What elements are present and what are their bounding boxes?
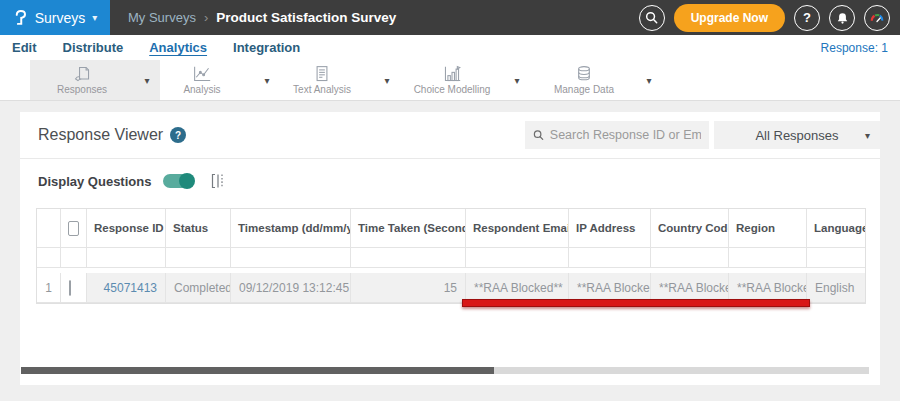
profile-gauge-icon[interactable] — [864, 5, 890, 31]
chevron-down-icon: ▾ — [865, 130, 870, 141]
app-menu-label: Surveys — [35, 10, 86, 26]
response-viewer-panel: Response Viewer ? All Responses ▾ Displa… — [20, 112, 880, 385]
manage-data-icon — [574, 65, 594, 83]
tab-analytics[interactable]: Analytics — [149, 40, 207, 55]
column-layout-icon[interactable] — [211, 173, 227, 189]
search-icon[interactable] — [639, 5, 665, 31]
toolbar-group-manage-data: Manage Data ▾ — [532, 60, 662, 100]
toolbar-text-analysis-caret[interactable]: ▾ — [374, 60, 400, 100]
toolbar-manage-data-caret[interactable]: ▾ — [636, 60, 662, 100]
filter-selected-value: All Responses — [755, 128, 838, 143]
header-language: Language — [807, 209, 865, 248]
cell-time-taken: 15 — [351, 273, 466, 303]
cell-status: Completed — [166, 273, 231, 303]
header-country-code: Country Code — [651, 209, 729, 248]
toolbar-text-analysis-label: Text Analysis — [293, 84, 351, 95]
toolbar-responses-label: Responses — [57, 84, 107, 95]
display-questions-label: Display Questions — [38, 174, 151, 189]
help-glyph: ? — [803, 10, 811, 25]
response-filter-dropdown[interactable]: All Responses ▾ — [714, 121, 880, 149]
survey-nav-tabs: Edit Distribute Analytics Integration Re… — [0, 35, 900, 60]
toolbar-analysis-label: Analysis — [183, 84, 220, 95]
page-title: Product Satisfaction Survey — [216, 10, 396, 25]
questionpro-logo-icon — [13, 9, 28, 26]
header-row-number — [37, 209, 61, 248]
display-questions-row: Display Questions — [38, 173, 227, 189]
cell-timestamp: 09/12/2019 13:12:45 — [231, 273, 351, 303]
toolbar-responses[interactable]: Responses — [30, 60, 134, 100]
toolbar-text-analysis[interactable]: Text Analysis — [270, 60, 374, 100]
header-region: Region — [729, 209, 807, 248]
row-checkbox[interactable] — [69, 280, 71, 296]
toolbar-choice-modelling[interactable]: Choice Modelling — [400, 60, 504, 100]
header-timestamp[interactable]: Timestamp (dd/mm/yyyy) — [231, 209, 351, 248]
toolbar-manage-data-label: Manage Data — [554, 84, 614, 95]
cell-language: English — [807, 273, 865, 303]
analytics-toolbar: Responses ▾ Analysis ▾ Text Analysis ▾ — [0, 60, 900, 101]
tab-distribute[interactable]: Distribute — [63, 40, 124, 55]
text-analysis-icon — [312, 65, 332, 83]
breadcrumb: My Surveys › Product Satisfaction Survey — [128, 10, 396, 25]
tab-edit[interactable]: Edit — [12, 40, 37, 55]
cell-response-id[interactable]: 45071413 — [87, 273, 166, 303]
scrollbar-thumb[interactable] — [21, 367, 494, 374]
response-viewer-help-icon[interactable]: ? — [170, 127, 186, 143]
tab-integration[interactable]: Integration — [233, 40, 300, 55]
toolbar-manage-data[interactable]: Manage Data — [532, 60, 636, 100]
responses-icon — [72, 65, 92, 83]
select-all-checkbox[interactable] — [68, 221, 79, 236]
divider — [20, 158, 880, 159]
header-select-all — [61, 209, 87, 248]
topbar-actions: Upgrade Now ? — [639, 4, 890, 32]
upgrade-now-button[interactable]: Upgrade Now — [674, 4, 785, 32]
header-respondent-email: Respondent Email — [466, 209, 569, 248]
responses-table: Response ID Status Timestamp (dd/mm/yyyy… — [36, 208, 866, 304]
analysis-icon — [192, 65, 212, 83]
help-icon[interactable]: ? — [794, 5, 820, 31]
panel-title-row: Response Viewer ? — [38, 126, 186, 144]
toolbar-choice-modelling-label: Choice Modelling — [414, 84, 491, 95]
annotation-red-underline — [462, 299, 810, 307]
panel-title: Response Viewer — [38, 126, 163, 144]
row-select-cell — [61, 273, 87, 303]
table-filter-row — [37, 248, 865, 268]
choice-modelling-icon — [442, 65, 462, 83]
breadcrumb-separator-icon: › — [204, 10, 208, 25]
table-header-row: Response ID Status Timestamp (dd/mm/yyyy… — [37, 209, 865, 248]
header-status: Status — [166, 209, 231, 248]
toggle-knob — [179, 173, 195, 189]
search-icon — [533, 129, 544, 141]
header-response-id[interactable]: Response ID — [87, 209, 166, 248]
toolbar-group-choice-modelling: Choice Modelling ▾ — [400, 60, 530, 100]
response-count: Response: 1 — [821, 41, 888, 55]
row-number: 1 — [37, 273, 61, 303]
response-search-box — [525, 121, 709, 149]
app-menu-surveys[interactable]: Surveys ▾ — [0, 0, 110, 35]
toolbar-analysis[interactable]: Analysis — [150, 60, 254, 100]
topbar: Surveys ▾ My Surveys › Product Satisfact… — [0, 0, 900, 35]
notifications-bell-icon[interactable] — [829, 5, 855, 31]
header-time-taken[interactable]: Time Taken (Seconds) — [351, 209, 466, 248]
toolbar-group-responses: Responses ▾ — [30, 60, 160, 100]
toolbar-group-analysis: Analysis ▾ — [150, 60, 280, 100]
horizontal-scrollbar[interactable] — [21, 367, 869, 374]
breadcrumb-my-surveys[interactable]: My Surveys — [128, 10, 196, 25]
search-input[interactable] — [550, 128, 701, 142]
toolbar-choice-modelling-caret[interactable]: ▾ — [504, 60, 530, 100]
chevron-down-icon: ▾ — [92, 12, 97, 23]
display-questions-toggle[interactable] — [163, 174, 193, 188]
toolbar-group-text-analysis: Text Analysis ▾ — [270, 60, 400, 100]
header-ip-address: IP Address — [569, 209, 651, 248]
